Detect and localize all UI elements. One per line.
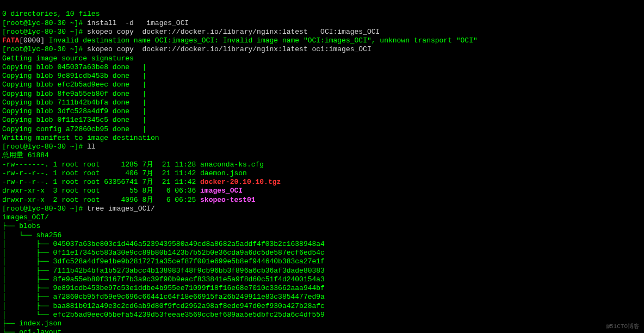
output-line: Copying blob 9e891cdb453b done | xyxy=(2,72,146,80)
ls-row: -rw-------. 1 root root 1285 7月 21 11:28 xyxy=(2,161,200,169)
tree-line: │ ├── 8fe9a55eb80f3167f7b3a9c39f90b9eacf… xyxy=(2,275,325,283)
tree-line: └── oci-layout xyxy=(2,328,61,333)
output-line: Copying blob 3dfc528a4df9 done | xyxy=(2,107,146,115)
fata-label: FATA xyxy=(2,36,19,45)
terminal-output: 0 directories, 10 files [root@lyc-80-30 … xyxy=(0,0,644,333)
output-line: 总用量 61884 xyxy=(2,151,49,159)
output-line: Getting image source signatures xyxy=(2,54,134,63)
filename: daemon.json xyxy=(200,169,247,177)
command: tree images_OCI/ xyxy=(87,205,155,213)
ls-row: drwxr-xr-x 3 root root 55 8月 6 06:36 xyxy=(2,187,200,195)
tree-line: │ └── sha256 xyxy=(2,231,61,239)
prompt: [root@lyc-80-30 ~]# xyxy=(2,143,87,151)
tree-root: images_OCI/ xyxy=(2,213,49,221)
tree-line: │ ├── 045037a63be803c1d446a5239439580a49… xyxy=(2,240,325,248)
command: skopeo copy docker://docker.io/library/n… xyxy=(87,45,371,53)
ls-row: -rw-r--r--. 1 root root 63356741 7月 21 1… xyxy=(2,178,200,186)
tree-line: │ ├── 0f11e17345c583a30e9cc89b80b1423b7b… xyxy=(2,249,325,257)
command: install -d images_OCI xyxy=(87,19,189,27)
ls-row: -rw-r--r--. 1 root root 406 7月 21 11:42 xyxy=(2,169,200,177)
prompt: [root@lyc-80-30 ~]# xyxy=(2,205,87,213)
filename-dir: skopeo-test01 xyxy=(200,196,255,204)
command: skopeo copy docker://docker.io/library/n… xyxy=(87,28,380,36)
output-line: Copying blob 8fe9a55eb80f done | xyxy=(2,90,146,98)
filename-dir: images_OCI xyxy=(200,187,243,195)
prompt: [root@lyc-80-30 ~]# xyxy=(2,19,87,27)
output-line: Copying blob 045037a63be8 done | xyxy=(2,63,146,71)
fata-msg: Invalid destination name OCI:images_OCI:… xyxy=(45,36,478,45)
output-line: Copying blob 0f11e17345c5 done | xyxy=(2,116,146,124)
tree-line: │ ├── 9e891cdb453be97c53e1ddbe4b955ee710… xyxy=(2,284,325,292)
output-line: 0 directories, 10 files xyxy=(2,10,100,18)
tree-line: ├── index.json xyxy=(2,319,61,328)
tree-line: │ ├── 7111b42b4bfa1b5273abcc4b138983f48f… xyxy=(2,267,325,275)
filename-archive: docker-20.10.10.tgz xyxy=(200,178,281,186)
tree-line: │ └── efc2b5ad9eec05befa54239d53feeae356… xyxy=(2,311,325,319)
command: ll xyxy=(87,143,96,151)
prompt: [root@lyc-80-30 ~]# xyxy=(2,45,87,53)
fata-ts: [0000] xyxy=(19,36,45,45)
output-line: Copying blob 7111b42b4bfa done | xyxy=(2,98,146,107)
tree-line: │ ├── a72860cb95fd59e9c696c66441c64f18e6… xyxy=(2,293,325,301)
watermark: @51CTO博客 xyxy=(606,323,640,331)
ls-row: drwxr-xr-x 2 root root 4096 8月 6 06:25 xyxy=(2,196,200,204)
filename: anaconda-ks.cfg xyxy=(200,161,264,169)
output-line: Copying blob efc2b5ad9eec done | xyxy=(2,81,146,89)
prompt: [root@lyc-80-30 ~]# xyxy=(2,28,87,36)
output-line: Copying config a72860cb95 done | xyxy=(2,125,146,133)
output-line: Writing manifest to image destination xyxy=(2,134,159,142)
tree-line: │ ├── 3dfc528a4df9e1be9b2817271a35cef87f… xyxy=(2,257,325,266)
tree-line: │ ├── baa881b012a49e3c2cd6ab9d80f9fcd296… xyxy=(2,302,325,310)
tree-line: ├── blobs xyxy=(2,222,40,230)
